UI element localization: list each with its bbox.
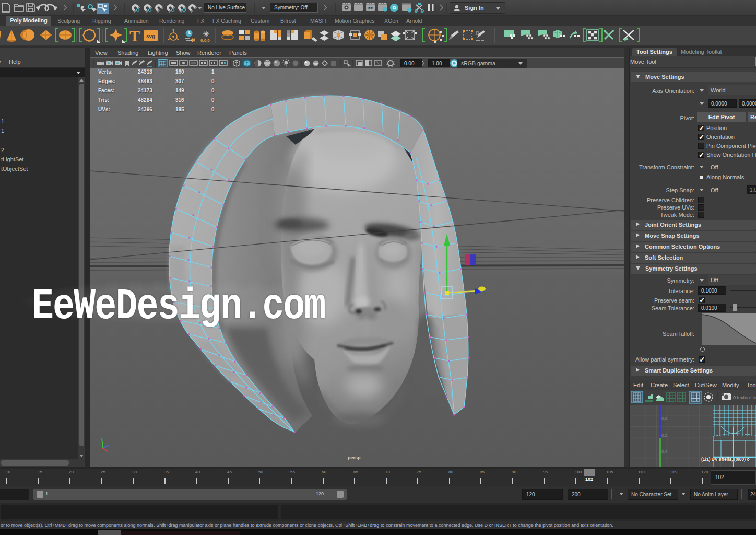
svg-text:y: y — [101, 436, 103, 441]
svg-text:svg: svg — [146, 33, 155, 39]
svg-text:0,0,0: 0,0,0 — [200, 38, 210, 43]
svg-text:0.4: 0.4 — [662, 449, 668, 454]
svg-text:0.6: 0.6 — [662, 416, 668, 421]
svg-text:0 texture fo: 0 texture fo — [733, 395, 756, 400]
svg-text:0.5: 0.5 — [662, 433, 668, 438]
svg-text:T: T — [129, 27, 140, 44]
svg-text:IPR: IPR — [368, 7, 373, 10]
